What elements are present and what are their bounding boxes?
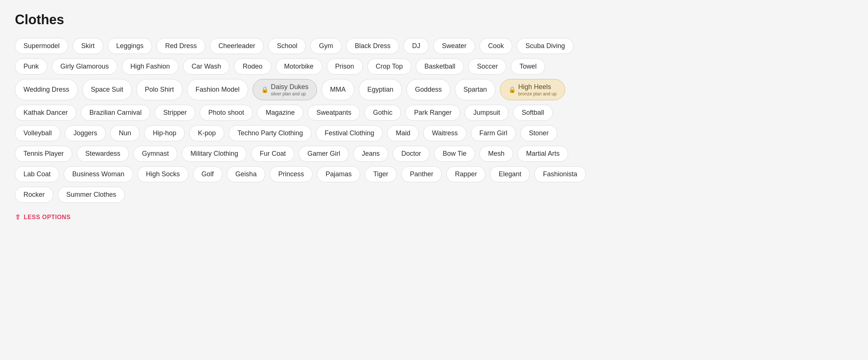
tag-hip-hop[interactable]: Hip-hop (144, 125, 185, 141)
tag-park-ranger[interactable]: Park Ranger (405, 105, 460, 121)
tag-princess[interactable]: Princess (270, 166, 313, 182)
tag-gym[interactable]: Gym (310, 38, 342, 54)
tag-gothic[interactable]: Gothic (364, 105, 401, 121)
tag-motorbike[interactable]: Motorbike (276, 59, 322, 75)
tag-doctor[interactable]: Doctor (393, 146, 430, 162)
tag-cook[interactable]: Cook (479, 38, 512, 54)
tag-tiger[interactable]: Tiger (365, 166, 397, 182)
tag-high-fashion[interactable]: High Fashion (122, 59, 178, 75)
tag-joggers[interactable]: Joggers (65, 125, 106, 141)
tag-label: Leggings (116, 42, 143, 50)
tag-label: MMA (330, 86, 346, 94)
chevron-up-icon: ⇧ (15, 213, 21, 221)
tag-towel[interactable]: Towel (511, 59, 545, 75)
tag-fur-coat[interactable]: Fur Coat (251, 146, 294, 162)
tag-label: Daisy Dukes (271, 83, 308, 91)
tag-label: Joggers (73, 129, 97, 137)
tag-daisy-dukes[interactable]: 🔒Daisy Dukessilver plan and up (253, 79, 317, 100)
tag-sweatpants[interactable]: Sweatpants (308, 105, 360, 121)
tag-basketball[interactable]: Basketball (416, 59, 464, 75)
tag-bow-tie[interactable]: Bow Tie (434, 146, 475, 162)
tag-panther[interactable]: Panther (401, 166, 442, 182)
tag-fashionista[interactable]: Fashionista (534, 166, 586, 182)
tag-rodeo[interactable]: Rodeo (234, 59, 271, 75)
tag-gymnast[interactable]: Gymnast (133, 146, 177, 162)
tag-k-pop[interactable]: K-pop (189, 125, 224, 141)
tag-punk[interactable]: Punk (15, 59, 47, 75)
tag-egyptian[interactable]: Egyptian (359, 79, 402, 100)
page-title: Clothes (15, 12, 853, 28)
tag-label: Gothic (373, 109, 392, 117)
tag-sweater[interactable]: Sweater (433, 38, 475, 54)
tag-techno-party[interactable]: Techno Party Clothing (229, 125, 311, 141)
tag-wedding-dress[interactable]: Wedding Dress (15, 79, 78, 100)
tag-softball[interactable]: Softball (513, 105, 552, 121)
tag-label: School (277, 42, 297, 50)
tag-rocker[interactable]: Rocker (15, 187, 53, 203)
tag-label: Stripper (163, 109, 187, 117)
tag-magazine[interactable]: Magazine (257, 105, 303, 121)
tag-waitress[interactable]: Waitress (423, 125, 466, 141)
tag-brazilian-carnival[interactable]: Brazilian Carnival (81, 105, 150, 121)
tag-prison[interactable]: Prison (327, 59, 363, 75)
tag-label: Mesh (488, 150, 504, 158)
tag-label: Egyptian (367, 86, 393, 94)
tag-stewardess[interactable]: Stewardess (77, 146, 129, 162)
tag-red-dress[interactable]: Red Dress (156, 38, 205, 54)
tag-label: Golf (202, 170, 214, 178)
tag-cheerleader[interactable]: Cheerleader (210, 38, 264, 54)
tag-summer-clothes[interactable]: Summer Clothes (58, 187, 125, 203)
tag-jumpsuit[interactable]: Jumpsuit (465, 105, 509, 121)
tag-sublabel: silver plan and up (271, 92, 306, 96)
tag-label: Geisha (235, 170, 257, 178)
tag-high-heels[interactable]: 🔒High Heelsbronze plan and up (500, 79, 565, 100)
tag-nun[interactable]: Nun (110, 125, 140, 141)
tag-spartan[interactable]: Spartan (455, 79, 495, 100)
tag-goddess[interactable]: Goddess (406, 79, 450, 100)
tag-school[interactable]: School (268, 38, 306, 54)
tag-stripper[interactable]: Stripper (155, 105, 195, 121)
tag-volleyball[interactable]: Volleyball (15, 125, 60, 141)
tag-stoner[interactable]: Stoner (520, 125, 557, 141)
tag-jeans[interactable]: Jeans (353, 146, 388, 162)
tag-scuba-diving[interactable]: Scuba Diving (517, 38, 573, 54)
tag-fashion-model[interactable]: Fashion Model (187, 79, 248, 100)
tag-black-dress[interactable]: Black Dress (346, 38, 399, 54)
tag-kathak-dancer[interactable]: Kathak Dancer (15, 105, 76, 121)
less-options-button[interactable]: ⇧ LESS OPTIONS (15, 213, 71, 221)
tag-tennis-player[interactable]: Tennis Player (15, 146, 72, 162)
tag-martial-arts[interactable]: Martial Arts (517, 146, 568, 162)
tag-high-socks[interactable]: High Socks (137, 166, 189, 182)
tag-girly-glamorous[interactable]: Girly Glamorous (52, 59, 117, 75)
tag-dj[interactable]: DJ (403, 38, 429, 54)
tag-soccer[interactable]: Soccer (468, 59, 506, 75)
tag-space-suit[interactable]: Space Suit (82, 79, 132, 100)
tag-leggings[interactable]: Leggings (108, 38, 152, 54)
tag-label: DJ (412, 42, 420, 50)
tag-geisha[interactable]: Geisha (227, 166, 265, 182)
tag-label: Lab Coat (23, 170, 51, 178)
tag-mesh[interactable]: Mesh (479, 146, 513, 162)
tag-elegant[interactable]: Elegant (490, 166, 530, 182)
tag-golf[interactable]: Golf (193, 166, 222, 182)
tag-mma[interactable]: MMA (321, 79, 354, 100)
tag-farm-girl[interactable]: Farm Girl (471, 125, 516, 141)
tag-supermodel[interactable]: Supermodel (15, 38, 68, 54)
tag-label: Bow Tie (443, 150, 466, 158)
tag-label: K-pop (198, 129, 216, 137)
tag-polo-shirt[interactable]: Polo Shirt (136, 79, 183, 100)
tag-gamer-girl[interactable]: Gamer Girl (299, 146, 349, 162)
tag-rapper[interactable]: Rapper (446, 166, 485, 182)
tag-pajamas[interactable]: Pajamas (317, 166, 360, 182)
tag-military-clothing[interactable]: Military Clothing (182, 146, 247, 162)
tag-crop-top[interactable]: Crop Top (367, 59, 412, 75)
tag-label: Business Woman (72, 170, 124, 178)
tag-festival-clothing[interactable]: Festival Clothing (316, 125, 383, 141)
tag-photo-shoot[interactable]: Photo shoot (200, 105, 253, 121)
tag-business-woman[interactable]: Business Woman (64, 166, 133, 182)
tag-car-wash[interactable]: Car Wash (183, 59, 229, 75)
tag-label: Black Dress (355, 42, 390, 50)
tag-lab-coat[interactable]: Lab Coat (15, 166, 59, 182)
tag-maid[interactable]: Maid (387, 125, 419, 141)
tag-skirt[interactable]: Skirt (73, 38, 103, 54)
